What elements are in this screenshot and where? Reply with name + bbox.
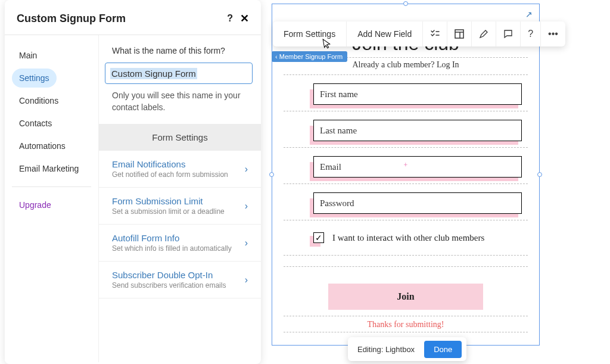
- setting-submission-limit[interactable]: Form Submission Limit Set a submission l…: [99, 188, 261, 225]
- panel-title: Custom Signup Form: [17, 13, 126, 25]
- thanks-message[interactable]: Thanks for submitting!: [290, 320, 522, 329]
- resize-handle-left[interactable]: [269, 172, 274, 177]
- chevron-right-icon: ›: [245, 275, 248, 285]
- checkbox-icon[interactable]: ✓: [313, 232, 324, 243]
- comment-icon[interactable]: [496, 21, 521, 46]
- setting-sub: Set a submission limit or a deadline: [112, 207, 225, 216]
- panel-header: Custom Signup Form ? ✕: [5, 0, 261, 35]
- setting-sub: Send subscribers verification emails: [112, 281, 226, 290]
- edit-bar: Editing: Lightbox Done: [348, 337, 466, 361]
- field-first-name[interactable]: First name: [290, 77, 522, 108]
- sidebar-item-contacts[interactable]: Contacts: [12, 114, 59, 133]
- setting-title: Form Submission Limit: [112, 196, 225, 206]
- layout-icon[interactable]: [447, 21, 472, 46]
- setting-title: Email Notifications: [112, 159, 228, 169]
- more-icon[interactable]: •••: [541, 21, 565, 46]
- form-preview: Join the club Already a club member? Log…: [290, 33, 522, 335]
- setting-double-optin[interactable]: Subscriber Double Opt-In Send subscriber…: [99, 262, 261, 298]
- close-icon[interactable]: ✕: [240, 12, 249, 25]
- toolbar-add-field[interactable]: Add New Field: [347, 21, 423, 46]
- expand-icon[interactable]: ↗: [522, 8, 536, 21]
- alignment-marker: +: [404, 161, 408, 170]
- form-name-hint: Only you will see this name in your cont…: [99, 90, 261, 124]
- form-tag[interactable]: Member Signup Form: [272, 51, 347, 62]
- field-placeholder: Last name: [320, 126, 357, 136]
- sidebar-item-email-marketing[interactable]: Email Marketing: [12, 159, 86, 178]
- chevron-right-icon: ›: [245, 238, 248, 248]
- resize-handle-top[interactable]: [403, 1, 408, 6]
- field-placeholder: Email: [320, 162, 341, 172]
- svg-rect-0: [455, 30, 463, 38]
- settings-content: What is the name of this form? Custom Si…: [99, 35, 261, 362]
- checkbox-interact[interactable]: ✓ I want to interact with other club mem…: [290, 223, 522, 253]
- submit-button[interactable]: Join: [328, 284, 483, 310]
- sidebar-item-main[interactable]: Main: [12, 46, 44, 65]
- toolbar-help-icon[interactable]: ?: [521, 21, 541, 46]
- setting-sub: Set which info is filled in automaticall…: [112, 244, 232, 253]
- sidebar: Main Settings Conditions Contacts Automa…: [5, 35, 99, 362]
- chevron-right-icon: ›: [245, 164, 248, 175]
- field-email[interactable]: Email +: [290, 150, 522, 181]
- design-icon[interactable]: [472, 21, 496, 46]
- form-toolbar: Form Settings Add New Field ? •••: [273, 21, 565, 46]
- sidebar-upgrade[interactable]: Upgrade: [12, 195, 91, 214]
- setting-email-notifications[interactable]: Email Notifications Get notified of each…: [99, 151, 261, 188]
- sidebar-item-settings[interactable]: Settings: [12, 69, 57, 88]
- form-name-input[interactable]: Custom Signup Form: [105, 63, 253, 84]
- setting-autofill[interactable]: Autofill Form Info Set which info is fil…: [99, 225, 261, 262]
- divider: [12, 186, 91, 187]
- setting-title: Subscriber Double Opt-In: [112, 270, 226, 280]
- settings-panel: Custom Signup Form ? ✕ Main Settings Con…: [5, 0, 261, 364]
- field-placeholder: Password: [320, 198, 354, 209]
- field-placeholder: First name: [320, 89, 358, 99]
- setting-title: Autofill Form Info: [112, 233, 232, 243]
- toolbar-form-settings[interactable]: Form Settings: [273, 21, 347, 46]
- help-icon[interactable]: ?: [227, 13, 233, 24]
- form-name-label: What is the name of this form?: [99, 46, 261, 63]
- done-button[interactable]: Done: [424, 341, 462, 358]
- field-password[interactable]: Password: [290, 186, 522, 217]
- field-last-name[interactable]: Last name: [290, 114, 522, 145]
- form-name-value: Custom Signup Form: [110, 68, 197, 79]
- chevron-right-icon: ›: [245, 201, 248, 211]
- checkbox-label: I want to interact with other club membe…: [332, 233, 484, 243]
- section-header: Form Settings: [99, 124, 261, 151]
- sidebar-item-conditions[interactable]: Conditions: [12, 91, 66, 110]
- sidebar-item-automations[interactable]: Automations: [12, 136, 73, 155]
- resize-handle-right[interactable]: [537, 172, 542, 177]
- editing-label: Editing: Lightbox: [357, 345, 415, 354]
- setting-sub: Get notified of each form submission: [112, 170, 228, 179]
- checklist-icon[interactable]: [423, 21, 447, 46]
